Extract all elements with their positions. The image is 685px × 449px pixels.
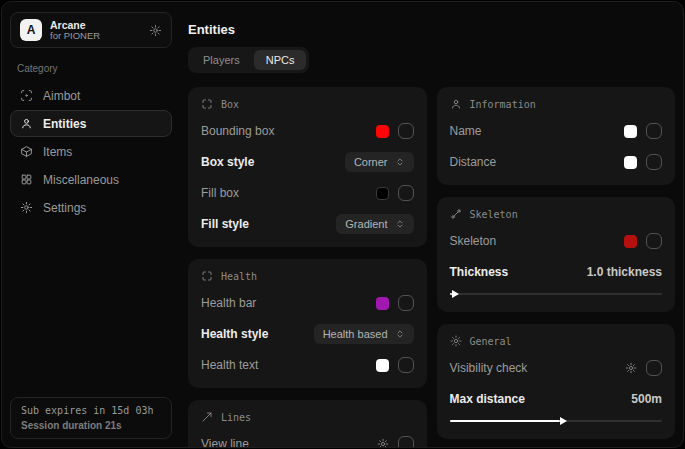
checkbox[interactable] xyxy=(398,185,414,201)
session-duration-text: Session duration 21s xyxy=(21,420,161,431)
app-subtitle: for PIONER xyxy=(50,31,100,42)
slider-handle[interactable] xyxy=(452,290,459,298)
sidebar-item-settings[interactable]: Settings xyxy=(10,194,172,221)
setting-label: Health style xyxy=(201,327,268,341)
gear-icon[interactable] xyxy=(377,438,389,448)
app-name: Arcane xyxy=(50,19,100,31)
fill-style-dropdown[interactable]: Gradient xyxy=(336,214,413,234)
card-header: Information xyxy=(450,98,663,110)
settings-columns: Box Bounding box Box style Corner xyxy=(188,87,675,448)
card-title: General xyxy=(470,336,512,347)
setting-row-bounding-box: Bounding box xyxy=(201,121,414,141)
diagonal-line-icon xyxy=(201,411,213,423)
setting-label: Distance xyxy=(450,155,497,169)
slider-handle[interactable] xyxy=(560,417,567,425)
checkbox[interactable] xyxy=(398,123,414,139)
max-distance-slider[interactable] xyxy=(450,416,663,426)
chevrons-up-down-icon xyxy=(395,157,405,167)
dropdown-value: Corner xyxy=(354,156,388,168)
lines-card: Lines View line Line to enemy xyxy=(188,400,427,448)
box-select-icon xyxy=(201,98,213,110)
tab-npcs[interactable]: NPCs xyxy=(254,50,307,70)
setting-label: Health text xyxy=(201,358,258,372)
checkbox[interactable] xyxy=(646,233,662,249)
skeleton-card: Skeleton Skeleton Thickness 1.0 thicknes… xyxy=(437,197,676,312)
setting-row-visibility-check: Visibility check xyxy=(450,358,663,378)
checkbox[interactable] xyxy=(646,123,662,139)
sun-icon xyxy=(450,335,462,347)
card-title: Health xyxy=(221,271,257,282)
dropdown-value: Health based xyxy=(323,328,388,340)
dropdown-value: Gradient xyxy=(345,218,387,230)
sidebar-header: A Arcane for PIONER xyxy=(10,12,172,48)
bone-icon xyxy=(450,208,462,220)
color-swatch[interactable] xyxy=(376,187,389,200)
sidebar-item-aimbot[interactable]: Aimbot xyxy=(10,82,172,109)
setting-label: Visibility check xyxy=(450,361,528,375)
sidebar-item-items[interactable]: Items xyxy=(10,138,172,165)
setting-label: Fill box xyxy=(201,186,239,200)
card-header: Lines xyxy=(201,411,414,423)
card-header: Health xyxy=(201,270,414,282)
setting-row-health-style: Health style Health based xyxy=(201,324,414,344)
sub-expires-text: Sub expires in 15d 03h xyxy=(21,405,161,416)
setting-label: Health bar xyxy=(201,296,256,310)
setting-row-max-distance: Max distance 500m xyxy=(450,389,663,409)
color-swatch[interactable] xyxy=(376,359,389,372)
sidebar-item-label: Aimbot xyxy=(43,89,80,103)
checkbox[interactable] xyxy=(398,295,414,311)
card-title: Skeleton xyxy=(470,209,518,220)
setting-label: Fill style xyxy=(201,217,249,231)
gear-icon xyxy=(20,201,33,214)
setting-label: Max distance xyxy=(450,392,525,406)
chevrons-up-down-icon xyxy=(395,219,405,229)
slider-fill xyxy=(450,420,561,422)
setting-row-fill-style: Fill style Gradient xyxy=(201,214,414,234)
setting-row-fill-box: Fill box xyxy=(201,183,414,203)
general-card: General Visibility check Max distance xyxy=(437,324,676,439)
color-swatch[interactable] xyxy=(376,297,389,310)
app-title-block: Arcane for PIONER xyxy=(50,19,100,42)
entity-type-tabs: Players NPCs xyxy=(188,47,309,73)
gear-icon[interactable] xyxy=(625,362,637,374)
max-distance-value: 500m xyxy=(631,392,662,406)
card-title: Box xyxy=(221,99,239,110)
setting-label: View line xyxy=(201,437,249,448)
sidebar-item-label: Entities xyxy=(43,117,86,131)
setting-label: Skeleton xyxy=(450,234,497,248)
gear-icon[interactable] xyxy=(149,24,162,37)
color-swatch[interactable] xyxy=(376,125,389,138)
slider-track[interactable] xyxy=(450,293,663,295)
health-style-dropdown[interactable]: Health based xyxy=(314,324,414,344)
box-style-dropdown[interactable]: Corner xyxy=(345,152,414,172)
thickness-slider[interactable] xyxy=(450,289,663,299)
tab-players[interactable]: Players xyxy=(191,50,252,70)
checkbox[interactable] xyxy=(398,436,414,448)
setting-row-name: Name xyxy=(450,121,663,141)
color-swatch[interactable] xyxy=(624,125,637,138)
setting-label: Thickness xyxy=(450,265,509,279)
setting-row-health-bar: Health bar xyxy=(201,293,414,313)
card-header: Skeleton xyxy=(450,208,663,220)
sidebar-item-entities[interactable]: Entities xyxy=(10,110,172,137)
setting-row-health-text: Health text xyxy=(201,355,414,375)
setting-row-box-style: Box style Corner xyxy=(201,152,414,172)
color-swatch[interactable] xyxy=(624,235,637,248)
crosshair-scan-icon xyxy=(20,89,33,102)
chevrons-up-down-icon xyxy=(395,329,405,339)
card-title: Lines xyxy=(221,412,251,423)
information-card: Information Name Distance xyxy=(437,87,676,185)
subscription-info: Sub expires in 15d 03h Session duration … xyxy=(10,397,172,439)
sidebar-nav: Aimbot Entities Items Miscellaneous xyxy=(10,82,172,221)
card-header: Box xyxy=(201,98,414,110)
category-label: Category xyxy=(17,63,172,74)
sidebar-item-label: Miscellaneous xyxy=(43,173,119,187)
setting-label: Bounding box xyxy=(201,124,274,138)
checkbox[interactable] xyxy=(646,360,662,376)
box-select-icon xyxy=(201,270,213,282)
checkbox[interactable] xyxy=(646,154,662,170)
sidebar-item-miscellaneous[interactable]: Miscellaneous xyxy=(10,166,172,193)
color-swatch[interactable] xyxy=(624,156,637,169)
checkbox[interactable] xyxy=(398,357,414,373)
package-icon xyxy=(20,145,33,158)
